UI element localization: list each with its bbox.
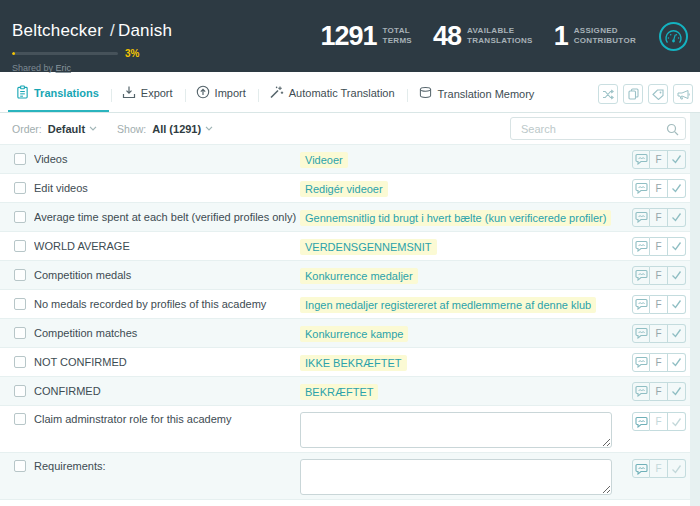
tab-automatic-translation[interactable]: Automatic Translation: [261, 85, 405, 112]
order-dropdown[interactable]: Default: [42, 123, 97, 135]
translation-text[interactable]: Gennemsnitlig tid brugt i hvert bælte (k…: [300, 210, 611, 226]
comment-button[interactable]: [632, 150, 650, 169]
translation-text[interactable]: Redigér videoer: [300, 181, 388, 197]
comment-button[interactable]: [632, 459, 650, 478]
translation-cell: [300, 459, 632, 499]
row-checkbox[interactable]: [14, 153, 26, 165]
table-row: NOT CONFIRMEDIKKE BEKRÆFTETF: [0, 348, 690, 377]
stat-assigned-contributor: 1 ASSIGNEDCONTRIBUTOR: [554, 21, 636, 52]
row-checkbox[interactable]: [14, 356, 26, 368]
comment-button[interactable]: [632, 237, 650, 256]
row-checkbox[interactable]: [14, 211, 26, 223]
approve-button[interactable]: [668, 208, 686, 227]
tag-icon[interactable]: [648, 84, 668, 104]
comment-button[interactable]: [632, 382, 650, 401]
megaphone-icon[interactable]: [673, 84, 693, 104]
shared-by: Shared by Eric: [12, 63, 172, 73]
row-checkbox[interactable]: [14, 240, 26, 252]
comment-button[interactable]: [632, 179, 650, 198]
translation-text[interactable]: BEKRÆFTET: [300, 384, 378, 400]
comment-button[interactable]: [632, 324, 650, 343]
translation-cell: Konkurrence kampe: [300, 324, 632, 342]
translation-input[interactable]: [300, 412, 612, 448]
translation-input[interactable]: [300, 459, 612, 495]
translation-cell: Gennemsnitlig tid brugt i hvert bælte (k…: [300, 208, 632, 226]
comment-button[interactable]: [632, 295, 650, 314]
fuzzy-button[interactable]: F: [650, 412, 668, 431]
export-icon: [122, 85, 136, 101]
table-row: CONFIRMEDBEKRÆFTETF: [0, 377, 690, 406]
row-checkbox[interactable]: [14, 460, 26, 472]
shuffle-icon[interactable]: [598, 84, 618, 104]
show-dropdown[interactable]: All (1291): [146, 123, 213, 135]
progress-line: 3%: [12, 48, 172, 59]
term-text: NOT CONFIRMED: [34, 356, 300, 368]
fuzzy-button[interactable]: F: [650, 266, 668, 285]
translation-text[interactable]: Videoer: [300, 152, 348, 168]
table-row: Requirements:F: [0, 453, 690, 500]
approve-button[interactable]: [668, 324, 686, 343]
fuzzy-button[interactable]: F: [650, 237, 668, 256]
table-row: Edit videosRedigér videoerF: [0, 174, 690, 203]
translation-cell: Ingen medaljer registereret af medlemmer…: [300, 295, 632, 313]
tab-export[interactable]: Export: [114, 85, 183, 112]
row-checkbox[interactable]: [14, 385, 26, 397]
tab-translations[interactable]: Translations: [8, 85, 109, 112]
translation-text[interactable]: Konkurrence medaljer: [300, 268, 418, 284]
tab-import[interactable]: Import: [188, 85, 256, 112]
comment-button[interactable]: [632, 353, 650, 372]
translation-cell: BEKRÆFTET: [300, 382, 632, 400]
fuzzy-button[interactable]: F: [650, 324, 668, 343]
fuzzy-button[interactable]: F: [650, 208, 668, 227]
comment-button[interactable]: [632, 208, 650, 227]
approve-button[interactable]: [668, 353, 686, 372]
translation-text[interactable]: VERDENSGENNEMSNIT: [300, 239, 437, 255]
page-title: Beltchecker/Danish: [12, 21, 172, 41]
fuzzy-button[interactable]: F: [650, 459, 668, 478]
copy-icon[interactable]: [623, 84, 643, 104]
chevron-down-icon: [205, 126, 213, 131]
translation-text[interactable]: Konkurrence kampe: [300, 326, 408, 342]
approve-button[interactable]: [668, 459, 686, 478]
row-actions: F: [632, 237, 686, 256]
wand-icon: [269, 85, 284, 101]
title-separator: /: [110, 21, 115, 40]
terms-table: VideosVideoerFEdit videosRedigér videoer…: [0, 145, 690, 506]
translation-text[interactable]: Ingen medaljer registereret af medlemmer…: [300, 297, 596, 313]
stat-available-translations: 48 AVAILABLETRANSLATIONS: [433, 21, 533, 52]
row-checkbox[interactable]: [14, 269, 26, 281]
term-text: Claim adminstrator role for this academy: [34, 413, 300, 425]
tab-translation-memory[interactable]: Translation Memory: [410, 86, 545, 112]
progress-fill: [12, 52, 15, 55]
show-label: Show:: [117, 123, 146, 135]
approve-button[interactable]: [668, 295, 686, 314]
fuzzy-button[interactable]: F: [650, 382, 668, 401]
fuzzy-button[interactable]: F: [650, 353, 668, 372]
filter-bar: Order: Default Show: All (1291): [0, 113, 690, 145]
fuzzy-button[interactable]: F: [650, 150, 668, 169]
comment-button[interactable]: [632, 412, 650, 431]
speedometer-icon[interactable]: [659, 22, 688, 51]
approve-button[interactable]: [668, 179, 686, 198]
row-checkbox[interactable]: [14, 327, 26, 339]
approve-button[interactable]: [668, 382, 686, 401]
translations-panel: Order: Default Show: All (1291) VideosVi…: [0, 113, 690, 506]
fuzzy-button[interactable]: F: [650, 295, 668, 314]
translation-cell: Redigér videoer: [300, 179, 632, 197]
approve-button[interactable]: [668, 150, 686, 169]
approve-button[interactable]: [668, 266, 686, 285]
comment-button[interactable]: [632, 266, 650, 285]
row-checkbox[interactable]: [14, 298, 26, 310]
search-input[interactable]: [510, 117, 686, 140]
memory-icon: [418, 86, 433, 101]
translation-text[interactable]: IKKE BEKRÆFTET: [300, 355, 407, 371]
approve-button[interactable]: [668, 412, 686, 431]
approve-button[interactable]: [668, 237, 686, 256]
row-checkbox[interactable]: [14, 182, 26, 194]
tab-action-buttons: [598, 84, 693, 112]
fuzzy-button[interactable]: F: [650, 179, 668, 198]
table-row: Claim adminstrator role for this academy…: [0, 406, 690, 453]
row-checkbox[interactable]: [14, 413, 26, 425]
project-info: Beltchecker/Danish 3% Shared by Eric: [12, 0, 172, 72]
shared-by-link[interactable]: Eric: [56, 63, 72, 73]
